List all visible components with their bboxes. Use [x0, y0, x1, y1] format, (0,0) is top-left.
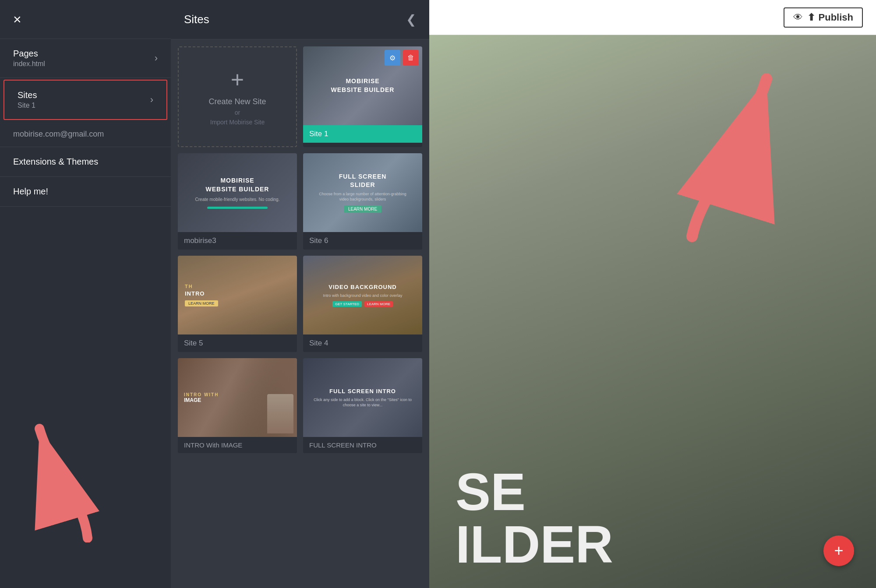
site6-thumb-title: FULL SCREENSLIDER — [339, 173, 387, 190]
site6-footer: Site 6 — [303, 232, 422, 250]
sidebar: × Pages index.html › Sites Site 1 › mobi… — [0, 0, 171, 588]
site1-settings-button[interactable]: ⚙ — [385, 50, 400, 66]
mobirise3-footer: mobirise3 — [178, 232, 297, 250]
create-site-label: Create New Site — [208, 97, 266, 106]
fullscreen-intro-thumb-title: FULL SCREEN INTRO — [329, 387, 396, 395]
pages-chevron-icon: › — [155, 53, 158, 64]
intro-image-person-area — [231, 358, 297, 437]
site-card-site5[interactable]: TH INTRO LEARN MORE Site 5 — [178, 256, 297, 352]
intro-image-person-silhouette — [267, 394, 293, 433]
sites-panel-close-button[interactable]: ❮ — [406, 12, 416, 27]
upload-icon: ⬆ — [807, 12, 815, 23]
main-hero-area: SE ILDER — [429, 35, 876, 588]
create-plus-icon: + — [231, 68, 244, 91]
sidebar-navigation: Pages index.html › Sites Site 1 › mobiri… — [0, 39, 171, 588]
site-card-intro-image[interactable]: INTRO WITH IMAGE INTRO With IMAGE — [178, 358, 297, 453]
sites-chevron-icon: › — [150, 94, 153, 106]
site4-thumb-sub: Intro with background video and color ov… — [323, 293, 402, 298]
site-card-mobirise3[interactable]: MOBIRISEWEBSITE BUILDER Create mobile-fr… — [178, 153, 297, 250]
site4-footer: Site 4 — [303, 334, 422, 352]
site4-thumbnail: VIDEO BACKGROUND Intro with background v… — [303, 256, 422, 334]
sites-panel-title: Sites — [184, 13, 209, 26]
site1-footer: Site 1 — [303, 125, 422, 143]
main-content: 👁 ⬆ Publish SE ILDER + — [429, 0, 876, 588]
site5-thumb-btn: LEARN MORE — [185, 300, 218, 306]
mobirise3-thumb-title: MOBIRISEWEBSITE BUILDER — [206, 176, 269, 194]
main-header: 👁 ⬆ Publish — [429, 0, 876, 35]
site6-thumb-sub: Choose from a large number of attention-… — [319, 192, 406, 202]
site1-delete-button[interactable]: 🗑 — [403, 50, 419, 66]
intro-image-thumb-title: IMAGE — [184, 397, 219, 403]
site4-btn2: LEARN MORE — [364, 301, 393, 307]
site4-btn1: GET STARTED — [332, 301, 362, 307]
sites-panel: Sites ❮ + Create New Site or Import Mobi… — [171, 0, 429, 588]
site5-thumbnail: TH INTRO LEARN MORE — [178, 256, 297, 334]
sites-sub: Site 1 — [18, 102, 37, 109]
sites-label: Sites — [18, 90, 37, 100]
site-card-site4[interactable]: VIDEO BACKGROUND Intro with background v… — [303, 256, 422, 352]
site-card-site6[interactable]: FULL SCREENSLIDER Choose from a large nu… — [303, 153, 422, 250]
site1-actions: ⚙ 🗑 — [385, 50, 419, 66]
sidebar-item-extensions[interactable]: Extensions & Themes — [0, 147, 171, 177]
hero-line2: ILDER — [456, 518, 613, 570]
publish-button-container[interactable]: 👁 ⬆ Publish — [784, 7, 863, 28]
sidebar-header: × — [0, 0, 171, 39]
import-site-label: Import Mobirise Site — [210, 119, 265, 126]
main-hero-text: SE ILDER — [456, 465, 613, 570]
sidebar-close-button[interactable]: × — [13, 12, 21, 26]
create-site-or: or — [235, 109, 240, 116]
site6-thumbnail: FULL SCREENSLIDER Choose from a large nu… — [303, 153, 422, 232]
fullscreen-intro-thumb-sub: Click any side to add a block. Click on … — [314, 398, 412, 408]
preview-eye-icon: 👁 — [793, 12, 803, 23]
intro-image-thumbnail: INTRO WITH IMAGE — [178, 358, 297, 437]
user-email: mobirise.com@gmail.com — [0, 122, 171, 147]
site6-thumb-btn: LEARN MORE — [344, 205, 381, 213]
publish-label: Publish — [819, 12, 853, 23]
sites-panel-header: Sites ❮ — [171, 0, 429, 39]
sites-grid: + Create New Site or Import Mobirise Sit… — [171, 39, 429, 588]
sidebar-item-pages[interactable]: Pages index.html › — [0, 39, 171, 78]
mobirise3-thumb-bar — [207, 207, 268, 209]
site1-thumb-title: MOBIRISEWEBSITE BUILDER — [331, 77, 395, 94]
main-arrow — [666, 61, 788, 247]
site5-thumb-tag: TH — [185, 284, 193, 289]
site4-thumb-title: VIDEO BACKGROUND — [328, 283, 396, 291]
site-card-site1[interactable]: MOBIRISEWEBSITE BUILDER ⚙ 🗑 Site 1 — [303, 46, 422, 147]
fullscreen-intro-thumbnail: FULL SCREEN INTRO Click any side to add … — [303, 358, 422, 437]
mobirise3-thumbnail: MOBIRISEWEBSITE BUILDER Create mobile-fr… — [178, 153, 297, 232]
site5-thumb-title: INTRO — [185, 290, 205, 297]
mobirise3-thumb-sub: Create mobile-friendly websites. No codi… — [195, 197, 280, 202]
create-new-site-card[interactable]: + Create New Site or Import Mobirise Sit… — [178, 46, 297, 147]
pages-label: Pages — [13, 49, 45, 59]
fullscreen-intro-footer: FULL SCREEN INTRO — [303, 437, 422, 453]
intro-image-footer: INTRO With IMAGE — [178, 437, 297, 453]
pages-sub: index.html — [13, 60, 45, 68]
site5-footer: Site 5 — [178, 334, 297, 352]
sidebar-item-help[interactable]: Help me! — [0, 177, 171, 207]
hero-line1: SE — [456, 465, 613, 518]
site1-thumbnail: MOBIRISEWEBSITE BUILDER ⚙ 🗑 — [303, 46, 422, 125]
sidebar-item-sites[interactable]: Sites Site 1 › — [4, 80, 167, 120]
site-card-fullscreen-intro[interactable]: FULL SCREEN INTRO Click any side to add … — [303, 358, 422, 453]
intro-image-thumb-tag: INTRO WITH — [184, 392, 219, 397]
fab-button[interactable]: + — [823, 535, 854, 566]
publish-button[interactable]: ⬆ Publish — [807, 12, 853, 23]
